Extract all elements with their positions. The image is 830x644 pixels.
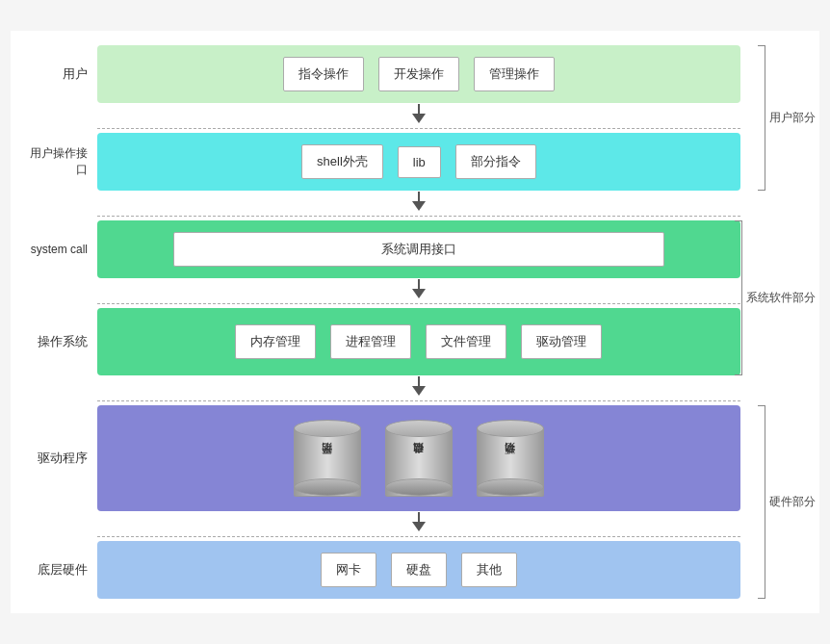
box-file-mgmt: 文件管理 (426, 324, 506, 359)
cylinder-3: 启动驱动 (477, 420, 544, 497)
layer-system-call: 系统调用接口 (97, 220, 740, 278)
layer-user-interface: shell外壳 lib 部分指令 (97, 133, 740, 191)
label-driver: 驱动程序 (20, 450, 97, 467)
layer-os: 内存管理 进程管理 文件管理 驱动管理 (97, 308, 740, 375)
box-dev-op: 开发操作 (378, 57, 459, 91)
label-hardware: 底层硬件 (20, 561, 97, 579)
label-os: 操作系统 (20, 333, 97, 350)
label-system-call: system call (20, 243, 97, 256)
sep-5 (20, 536, 740, 537)
box-command-op: 指令操作 (283, 57, 364, 91)
box-proc-mgmt: 进程管理 (330, 324, 411, 359)
label-user-interface: 用户操作接口 (20, 145, 97, 178)
layer-user: 指令操作 开发操作 管理操作 (97, 45, 740, 103)
sep-1 (20, 128, 740, 129)
box-mem-mgmt: 内存管理 (235, 324, 316, 359)
layer-hardware: 网卡 硬盘 其他 (97, 541, 740, 599)
arrow-5 (20, 511, 740, 532)
box-drv-mgmt: 驱动管理 (521, 324, 602, 359)
box-nic: 网卡 (321, 553, 376, 587)
sep-2 (20, 216, 740, 217)
box-manage-op: 管理操作 (474, 57, 555, 91)
cylinder-2: 启动磁盘 (385, 420, 453, 497)
arrow-4 (20, 375, 740, 397)
box-other: 其他 (461, 553, 517, 587)
box-lib: lib (398, 146, 441, 178)
arrow-3 (20, 278, 740, 299)
box-disk: 硬盘 (391, 553, 447, 587)
arrow-1 (20, 103, 740, 124)
arrow-2 (20, 191, 740, 212)
box-shell: shell外壳 (301, 144, 383, 179)
box-syscall-interface: 系统调用接口 (173, 232, 664, 267)
sep-4 (20, 400, 740, 401)
sep-3 (20, 303, 740, 304)
cylinder-1: 启动平区 (294, 420, 361, 497)
layer-driver: 启动平区 启动磁盘 (97, 405, 740, 511)
right-labels (745, 45, 810, 599)
label-user: 用户 (20, 65, 97, 83)
box-partial-cmd: 部分指令 (455, 144, 536, 179)
